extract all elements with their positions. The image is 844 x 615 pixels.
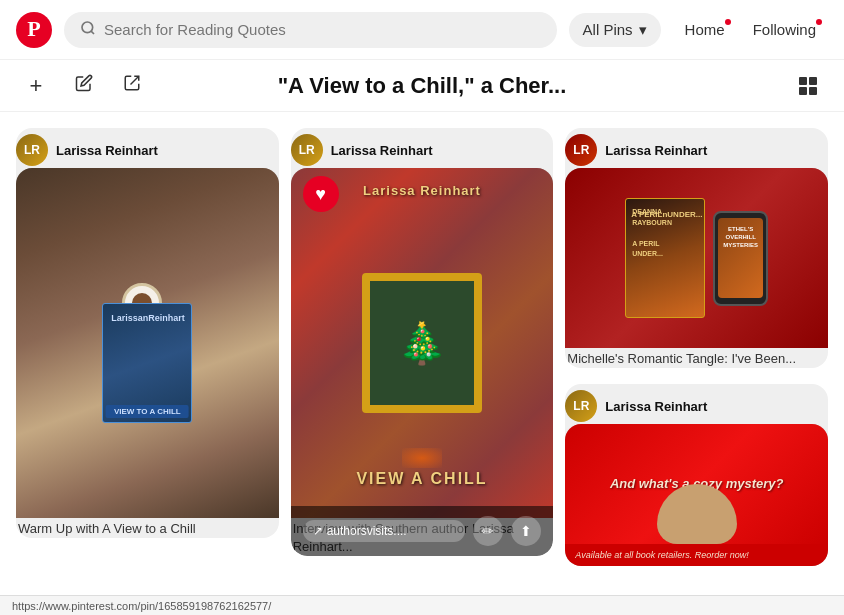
book-bottom-label: VIEW TO A CHILL — [106, 405, 189, 418]
pin-description: Michelle's Romantic Tangle: I've Been... — [565, 350, 828, 368]
pin-card[interactable]: LR Larissa Reinhart VIEW TO A CHILL Warm… — [16, 128, 279, 538]
pin-user-name: Larissa Reinhart — [605, 399, 707, 414]
home-notification-dot — [725, 19, 731, 25]
pin-image-placeholder: Larissa Reinhart 🎄 VIEW A CHILL — [291, 168, 554, 518]
phone-content: ETHEL'S OVERHILLMYSTERIES — [722, 226, 759, 249]
pin-extra-text: Available at all book retailers. Reorder… — [565, 544, 828, 566]
filter-button[interactable]: All Pins ▾ — [569, 13, 661, 47]
heart-button[interactable]: ♥ — [303, 176, 339, 212]
plus-icon: + — [30, 73, 43, 99]
tree-icon: 🎄 — [397, 320, 447, 367]
book-shape: DEANNARAYBOURNA PERILUNDER... — [625, 198, 705, 318]
pin-overlay-bottom: ↗ authorsvisits.... ✏ ⬆ — [291, 506, 554, 556]
edit-board-button[interactable] — [64, 66, 104, 106]
svg-line-1 — [91, 31, 94, 34]
fireplace-glow — [402, 448, 442, 468]
status-bar: https://www.pinterest.com/pin/1658591987… — [0, 595, 844, 615]
book-title-text: VIEW A CHILL — [356, 470, 487, 488]
pin-column-left: LR Larissa Reinhart VIEW TO A CHILL Warm… — [16, 128, 279, 599]
pin-column-center: LR Larissa Reinhart Larissa Reinhart 🎄 V… — [291, 128, 554, 599]
pinterest-logo[interactable]: P — [16, 12, 52, 48]
nav-links: Home Following — [673, 13, 828, 46]
nav-home[interactable]: Home — [673, 13, 737, 46]
share-icon — [123, 74, 141, 97]
pin-user-row: LR Larissa Reinhart — [565, 128, 828, 168]
pin-user-name: Larissa Reinhart — [331, 143, 433, 158]
filter-label: All Pins — [583, 21, 633, 38]
link-domain: authorsvisits.... — [327, 524, 407, 538]
pin-image-placeholder: VIEW TO A CHILL — [16, 168, 279, 518]
nav-following[interactable]: Following — [741, 13, 828, 46]
pin-image-placeholder: DEANNARAYBOURNA PERILUNDER... ETHEL'S OV… — [565, 168, 828, 348]
pin-user-row: LR Larissa Reinhart — [16, 128, 279, 168]
share-board-button[interactable] — [112, 66, 152, 106]
toolbar-left-actions: + — [16, 66, 152, 106]
book-with-phone-cover: DEANNARAYBOURNA PERILUNDER... ETHEL'S OV… — [565, 168, 828, 348]
pin-card[interactable]: LR Larissa Reinhart Larissa Reinhart 🎄 V… — [291, 128, 554, 556]
christmas-dog-cover: And what's a cozy mystery? — [565, 424, 828, 544]
pin-edit-button[interactable]: ✏ — [473, 516, 503, 546]
header: P All Pins ▾ Home Following — [0, 0, 844, 60]
board-toolbar: + "A View to a Chill," a Cher... — [0, 60, 844, 112]
chevron-down-icon: ▾ — [639, 21, 647, 39]
svg-point-0 — [82, 22, 93, 33]
search-bar[interactable] — [64, 12, 557, 48]
christmas-book-cover: Larissa Reinhart 🎄 VIEW A CHILL — [291, 168, 554, 518]
pin-card[interactable]: LR Larissa Reinhart DEANNARAYBOURNA PERI… — [565, 128, 828, 368]
pin-column-right: LR Larissa Reinhart DEANNARAYBOURNA PERI… — [565, 128, 828, 599]
window-frame-shape: 🎄 — [362, 273, 482, 413]
heart-overlay: ♥ — [303, 176, 339, 212]
pin-description: Warm Up with A View to a Chill — [16, 520, 279, 538]
pin-user-row: LR Larissa Reinhart — [291, 128, 554, 168]
external-link-icon: ↗ — [313, 524, 323, 538]
pin-image-placeholder: And what's a cozy mystery? Available at … — [565, 424, 828, 566]
pins-container: LR Larissa Reinhart VIEW TO A CHILL Warm… — [0, 112, 844, 615]
avatar: LR — [16, 134, 48, 166]
avatar: LR — [291, 134, 323, 166]
pin-user-row: LR Larissa Reinhart — [565, 384, 828, 424]
pencil-icon — [75, 74, 93, 97]
avatar: LR — [565, 390, 597, 422]
phone-shape: ETHEL'S OVERHILLMYSTERIES — [713, 211, 768, 306]
book-text: DEANNARAYBOURNA PERILUNDER... — [632, 207, 672, 260]
status-url: https://www.pinterest.com/pin/1658591987… — [12, 600, 271, 612]
following-notification-dot — [816, 19, 822, 25]
pin-card[interactable]: LR Larissa Reinhart And what's a cozy my… — [565, 384, 828, 566]
grid-view-button[interactable] — [788, 66, 828, 106]
pin-link-badge: ↗ authorsvisits.... — [303, 520, 466, 542]
available-text: Available at all book retailers. Reorder… — [575, 550, 818, 560]
search-input[interactable] — [104, 21, 541, 38]
pin-user-name: Larissa Reinhart — [56, 143, 158, 158]
author-name-overlay: Larissa Reinhart — [363, 183, 481, 198]
search-icon — [80, 20, 96, 40]
hand-holding-book-image: VIEW TO A CHILL — [16, 168, 279, 518]
pin-user-name: Larissa Reinhart — [605, 143, 707, 158]
logo-p-letter: P — [27, 16, 40, 42]
phone-screen: ETHEL'S OVERHILLMYSTERIES — [718, 218, 763, 298]
grid-icon — [799, 77, 817, 95]
toolbar-right-actions — [788, 66, 828, 106]
board-title: "A View to a Chill," a Cher... — [278, 73, 567, 99]
add-pin-button[interactable]: + — [16, 66, 56, 106]
pin-share-button[interactable]: ⬆ — [511, 516, 541, 546]
avatar: LR — [565, 134, 597, 166]
